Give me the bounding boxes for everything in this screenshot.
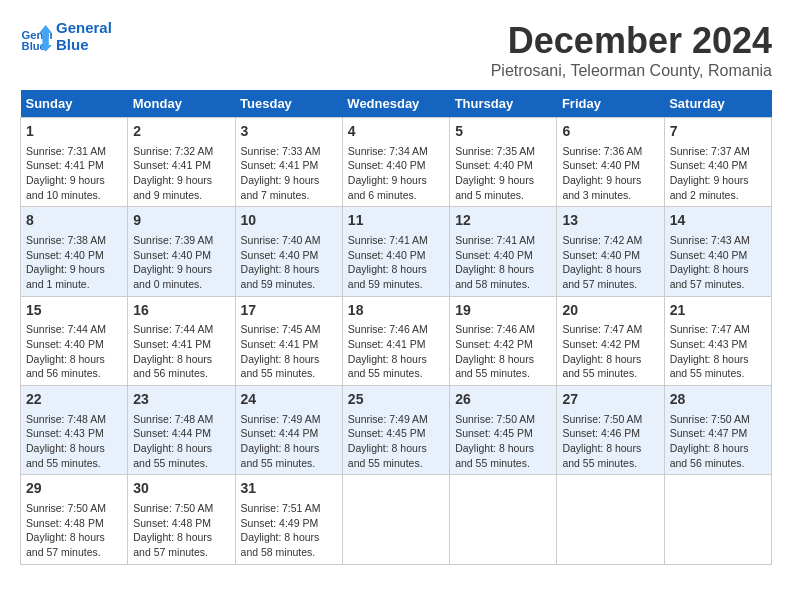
weekday-header-row: SundayMondayTuesdayWednesdayThursdayFrid… bbox=[21, 90, 772, 118]
day-info: Daylight: 9 hours and 7 minutes. bbox=[241, 173, 337, 202]
calendar-day-cell: 15Sunrise: 7:44 AMSunset: 4:40 PMDayligh… bbox=[21, 296, 128, 385]
day-info: Daylight: 9 hours and 0 minutes. bbox=[133, 262, 229, 291]
day-info: Sunset: 4:48 PM bbox=[26, 516, 122, 531]
calendar-day-cell: 25Sunrise: 7:49 AMSunset: 4:45 PMDayligh… bbox=[342, 386, 449, 475]
day-info: Sunset: 4:41 PM bbox=[133, 337, 229, 352]
day-info: Sunset: 4:41 PM bbox=[133, 158, 229, 173]
day-info: Sunset: 4:40 PM bbox=[670, 248, 766, 263]
day-info: Sunrise: 7:35 AM bbox=[455, 144, 551, 159]
logo-icon: General Blue bbox=[20, 21, 52, 53]
calendar-day-cell bbox=[664, 475, 771, 564]
day-number: 25 bbox=[348, 390, 444, 410]
day-info: Daylight: 8 hours and 55 minutes. bbox=[670, 352, 766, 381]
day-info: Sunrise: 7:48 AM bbox=[133, 412, 229, 427]
day-number: 7 bbox=[670, 122, 766, 142]
day-number: 13 bbox=[562, 211, 658, 231]
day-number: 29 bbox=[26, 479, 122, 499]
day-number: 12 bbox=[455, 211, 551, 231]
day-info: Sunset: 4:43 PM bbox=[670, 337, 766, 352]
day-info: Sunset: 4:40 PM bbox=[26, 337, 122, 352]
day-number: 31 bbox=[241, 479, 337, 499]
calendar-day-cell: 1Sunrise: 7:31 AMSunset: 4:41 PMDaylight… bbox=[21, 118, 128, 207]
day-info: Sunset: 4:44 PM bbox=[133, 426, 229, 441]
day-number: 4 bbox=[348, 122, 444, 142]
day-info: Daylight: 8 hours and 59 minutes. bbox=[348, 262, 444, 291]
day-info: Sunset: 4:40 PM bbox=[455, 158, 551, 173]
calendar-week-row: 1Sunrise: 7:31 AMSunset: 4:41 PMDaylight… bbox=[21, 118, 772, 207]
day-info: Sunrise: 7:45 AM bbox=[241, 322, 337, 337]
calendar-day-cell: 7Sunrise: 7:37 AMSunset: 4:40 PMDaylight… bbox=[664, 118, 771, 207]
day-info: Daylight: 8 hours and 57 minutes. bbox=[26, 530, 122, 559]
day-info: Sunset: 4:43 PM bbox=[26, 426, 122, 441]
day-info: Daylight: 8 hours and 55 minutes. bbox=[348, 352, 444, 381]
calendar-day-cell bbox=[342, 475, 449, 564]
day-info: Sunset: 4:40 PM bbox=[562, 158, 658, 173]
day-info: Sunrise: 7:33 AM bbox=[241, 144, 337, 159]
day-info: Daylight: 8 hours and 56 minutes. bbox=[670, 441, 766, 470]
calendar-day-cell: 14Sunrise: 7:43 AMSunset: 4:40 PMDayligh… bbox=[664, 207, 771, 296]
day-info: Daylight: 9 hours and 9 minutes. bbox=[133, 173, 229, 202]
day-info: Sunrise: 7:46 AM bbox=[455, 322, 551, 337]
calendar-day-cell: 28Sunrise: 7:50 AMSunset: 4:47 PMDayligh… bbox=[664, 386, 771, 475]
calendar-day-cell: 26Sunrise: 7:50 AMSunset: 4:45 PMDayligh… bbox=[450, 386, 557, 475]
day-info: Sunrise: 7:50 AM bbox=[562, 412, 658, 427]
day-info: Sunrise: 7:50 AM bbox=[455, 412, 551, 427]
day-info: Sunset: 4:40 PM bbox=[348, 158, 444, 173]
day-info: Daylight: 8 hours and 57 minutes. bbox=[133, 530, 229, 559]
day-info: Sunrise: 7:50 AM bbox=[26, 501, 122, 516]
day-number: 15 bbox=[26, 301, 122, 321]
weekday-header-cell: Tuesday bbox=[235, 90, 342, 118]
day-info: Sunrise: 7:43 AM bbox=[670, 233, 766, 248]
weekday-header-cell: Thursday bbox=[450, 90, 557, 118]
calendar-day-cell: 29Sunrise: 7:50 AMSunset: 4:48 PMDayligh… bbox=[21, 475, 128, 564]
day-info: Daylight: 8 hours and 55 minutes. bbox=[455, 352, 551, 381]
weekday-header-cell: Wednesday bbox=[342, 90, 449, 118]
weekday-header-cell: Friday bbox=[557, 90, 664, 118]
calendar-day-cell bbox=[450, 475, 557, 564]
title-area: December 2024 Pietrosani, Teleorman Coun… bbox=[491, 20, 772, 80]
calendar-week-row: 22Sunrise: 7:48 AMSunset: 4:43 PMDayligh… bbox=[21, 386, 772, 475]
calendar-body: 1Sunrise: 7:31 AMSunset: 4:41 PMDaylight… bbox=[21, 118, 772, 565]
calendar-day-cell: 3Sunrise: 7:33 AMSunset: 4:41 PMDaylight… bbox=[235, 118, 342, 207]
calendar-week-row: 8Sunrise: 7:38 AMSunset: 4:40 PMDaylight… bbox=[21, 207, 772, 296]
day-info: Daylight: 8 hours and 55 minutes. bbox=[348, 441, 444, 470]
day-info: Daylight: 8 hours and 56 minutes. bbox=[26, 352, 122, 381]
day-info: Sunrise: 7:31 AM bbox=[26, 144, 122, 159]
day-number: 26 bbox=[455, 390, 551, 410]
day-info: Sunset: 4:48 PM bbox=[133, 516, 229, 531]
calendar-day-cell: 13Sunrise: 7:42 AMSunset: 4:40 PMDayligh… bbox=[557, 207, 664, 296]
calendar-day-cell: 5Sunrise: 7:35 AMSunset: 4:40 PMDaylight… bbox=[450, 118, 557, 207]
day-info: Sunrise: 7:34 AM bbox=[348, 144, 444, 159]
day-info: Daylight: 9 hours and 6 minutes. bbox=[348, 173, 444, 202]
weekday-header-cell: Monday bbox=[128, 90, 235, 118]
day-number: 28 bbox=[670, 390, 766, 410]
day-info: Sunrise: 7:48 AM bbox=[26, 412, 122, 427]
calendar-day-cell: 8Sunrise: 7:38 AMSunset: 4:40 PMDaylight… bbox=[21, 207, 128, 296]
day-info: Daylight: 8 hours and 57 minutes. bbox=[562, 262, 658, 291]
day-info: Sunset: 4:42 PM bbox=[562, 337, 658, 352]
day-number: 6 bbox=[562, 122, 658, 142]
calendar-day-cell bbox=[557, 475, 664, 564]
day-info: Sunrise: 7:41 AM bbox=[455, 233, 551, 248]
subtitle: Pietrosani, Teleorman County, Romania bbox=[491, 62, 772, 80]
day-info: Daylight: 8 hours and 57 minutes. bbox=[670, 262, 766, 291]
day-info: Daylight: 8 hours and 55 minutes. bbox=[455, 441, 551, 470]
calendar-day-cell: 31Sunrise: 7:51 AMSunset: 4:49 PMDayligh… bbox=[235, 475, 342, 564]
day-info: Sunset: 4:40 PM bbox=[133, 248, 229, 263]
day-info: Daylight: 9 hours and 2 minutes. bbox=[670, 173, 766, 202]
day-info: Daylight: 8 hours and 55 minutes. bbox=[241, 441, 337, 470]
day-number: 8 bbox=[26, 211, 122, 231]
day-info: Daylight: 8 hours and 58 minutes. bbox=[241, 530, 337, 559]
day-info: Sunrise: 7:50 AM bbox=[670, 412, 766, 427]
calendar-day-cell: 22Sunrise: 7:48 AMSunset: 4:43 PMDayligh… bbox=[21, 386, 128, 475]
day-info: Daylight: 9 hours and 3 minutes. bbox=[562, 173, 658, 202]
day-info: Daylight: 8 hours and 55 minutes. bbox=[133, 441, 229, 470]
day-info: Sunset: 4:41 PM bbox=[241, 158, 337, 173]
day-info: Sunset: 4:40 PM bbox=[455, 248, 551, 263]
calendar-day-cell: 23Sunrise: 7:48 AMSunset: 4:44 PMDayligh… bbox=[128, 386, 235, 475]
main-title: December 2024 bbox=[491, 20, 772, 62]
calendar-day-cell: 4Sunrise: 7:34 AMSunset: 4:40 PMDaylight… bbox=[342, 118, 449, 207]
day-info: Sunrise: 7:40 AM bbox=[241, 233, 337, 248]
day-info: Daylight: 8 hours and 55 minutes. bbox=[26, 441, 122, 470]
day-number: 3 bbox=[241, 122, 337, 142]
